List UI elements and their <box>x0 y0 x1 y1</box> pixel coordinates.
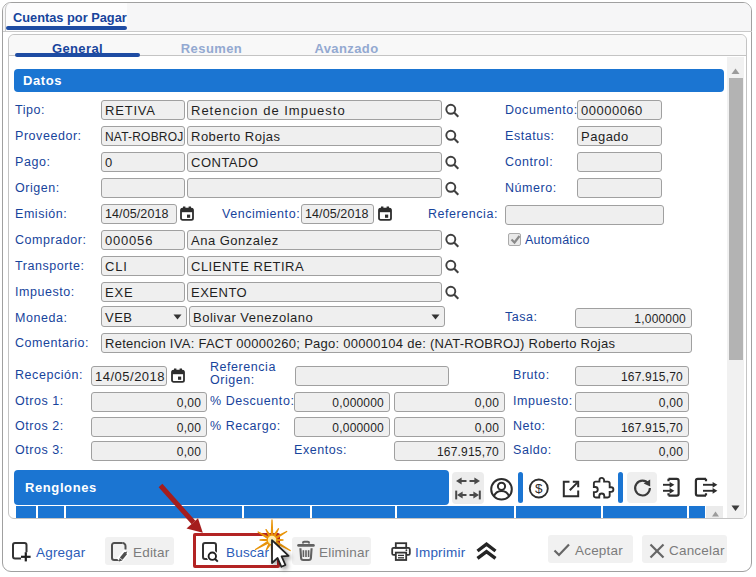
svg-text:$: $ <box>535 481 543 496</box>
